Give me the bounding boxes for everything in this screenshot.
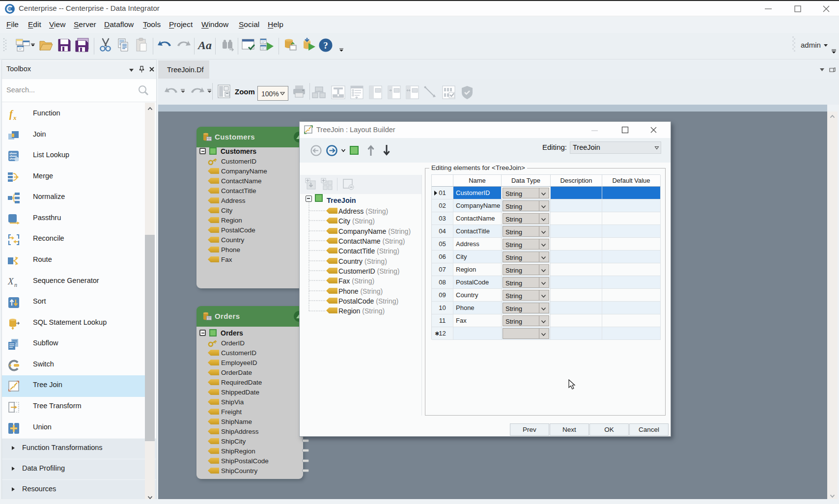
svg-text:x: x	[13, 114, 17, 121]
svg-text:X: X	[7, 276, 14, 286]
svg-text:n: n	[14, 281, 17, 288]
svg-text:?: ?	[323, 40, 328, 51]
